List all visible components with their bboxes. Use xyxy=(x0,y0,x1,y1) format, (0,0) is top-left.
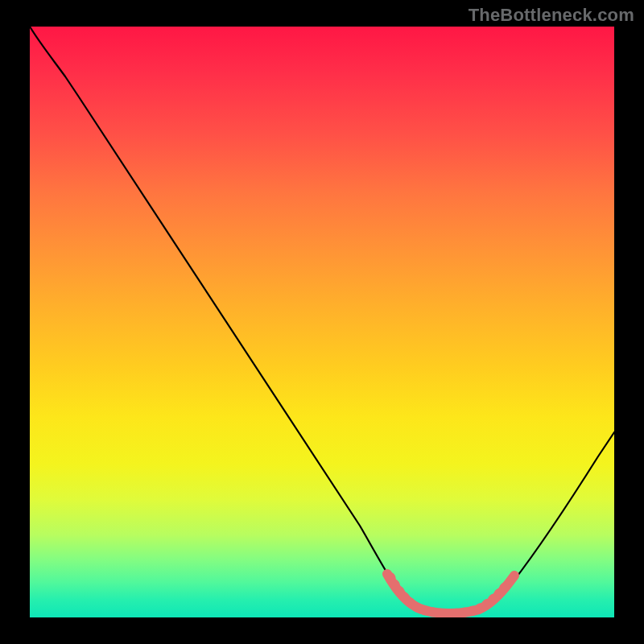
bottleneck-curve xyxy=(30,27,614,614)
chart-stage: TheBottleneck.com xyxy=(0,0,644,644)
curve-layer xyxy=(30,27,614,617)
watermark-text: TheBottleneck.com xyxy=(469,5,634,26)
plot-area xyxy=(30,27,614,617)
